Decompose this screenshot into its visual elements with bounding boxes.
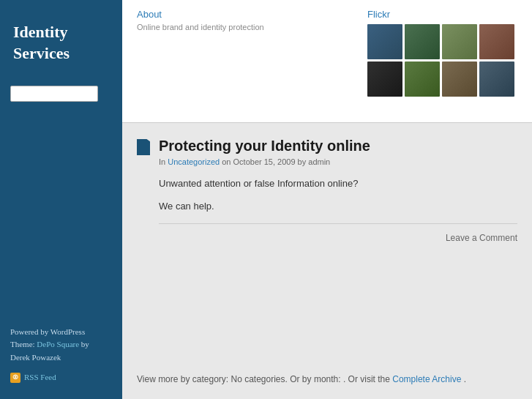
theme-info: Theme: DePo Square by Derek Powazek — [10, 338, 112, 364]
leave-comment-link[interactable]: Leave a Comment — [446, 233, 517, 243]
rss-link[interactable]: RSS Feed — [24, 371, 56, 384]
post-divider — [159, 223, 517, 224]
sidebar-footer: Powered by WordPress Theme: DePo Square … — [0, 313, 122, 399]
post-body: Unwanted attention or false Information … — [159, 176, 517, 215]
content-body: Protecting your Identity online In Uncat… — [122, 123, 532, 364]
about-link[interactable]: About — [137, 9, 162, 20]
flickr-area: Flickr — [356, 0, 532, 122]
flickr-thumb-3[interactable] — [442, 24, 477, 59]
search-area — [0, 78, 122, 109]
flickr-thumb-4[interactable] — [479, 24, 514, 59]
post-area: Protecting your Identity online In Uncat… — [137, 138, 517, 243]
tagline: Online brand and identity protection — [137, 23, 342, 31]
nav-area: About Online brand and identity protecti… — [122, 0, 356, 122]
complete-archive-link[interactable]: Complete Archive — [392, 374, 463, 384]
post-title: Protecting your Identity online — [159, 138, 517, 154]
post-category-link[interactable]: Uncategorized — [168, 157, 222, 166]
rss-icon: ⦿ — [10, 373, 20, 383]
top-header: About Online brand and identity protecti… — [122, 0, 532, 123]
post-content: Protecting your Identity online In Uncat… — [159, 138, 517, 243]
flickr-thumb-8[interactable] — [479, 61, 514, 97]
post-icon — [137, 139, 150, 155]
search-input[interactable] — [10, 86, 98, 102]
flickr-thumb-7[interactable] — [442, 61, 477, 97]
flickr-thumb-2[interactable] — [405, 24, 440, 59]
leave-comment-area: Leave a Comment — [159, 233, 517, 243]
post-line-1: Unwanted attention or false Information … — [159, 176, 517, 192]
content-footer: View more by category: No categories. Or… — [122, 364, 532, 399]
sidebar: Identity Services Powered by WordPress T… — [0, 0, 122, 399]
theme-link[interactable]: DePo Square — [37, 340, 79, 348]
rss-feed-area[interactable]: ⦿ RSS Feed — [10, 371, 112, 384]
post-line-2: We can help. — [159, 199, 517, 215]
powered-by-text: Powered by WordPress — [10, 326, 112, 339]
flickr-thumb-5[interactable] — [367, 61, 402, 97]
main-content: About Online brand and identity protecti… — [122, 0, 532, 399]
site-title: Identity Services — [0, 0, 122, 78]
post-meta: In Uncategorized on October 15, 2009 by … — [159, 157, 517, 166]
flickr-label: Flickr — [367, 9, 521, 20]
flickr-thumb-6[interactable] — [405, 61, 440, 97]
flickr-grid — [367, 24, 521, 97]
flickr-thumb-1[interactable] — [367, 24, 402, 59]
